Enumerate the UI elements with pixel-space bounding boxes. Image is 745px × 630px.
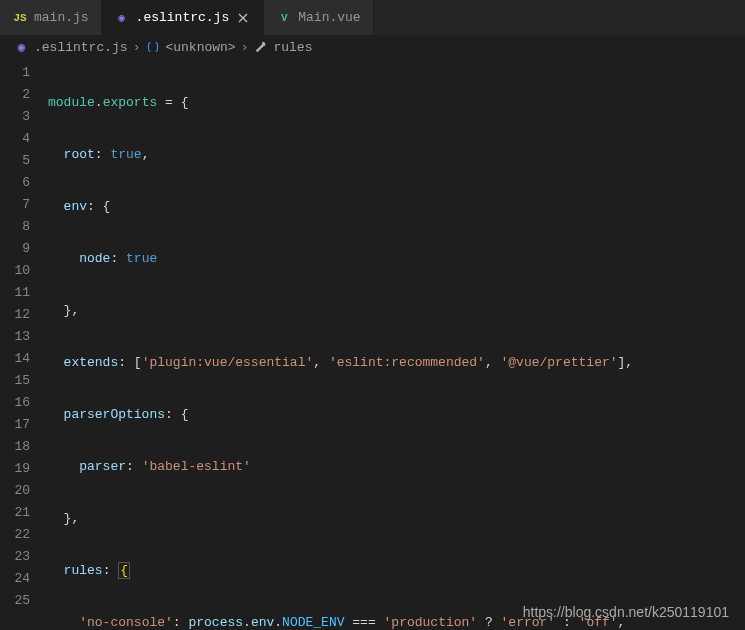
- watermark: https://blog.csdn.net/k250119101: [523, 604, 729, 620]
- symbol-namespace-icon: [145, 40, 160, 55]
- vue-icon: V: [276, 10, 292, 26]
- tab-label: Main.vue: [298, 10, 360, 25]
- breadcrumb-file: .eslintrc.js: [34, 40, 128, 55]
- js-icon: JS: [12, 10, 28, 26]
- code-editor[interactable]: 1234567891011121314151617181920212223242…: [0, 59, 745, 630]
- tab-main-vue[interactable]: V Main.vue: [264, 0, 373, 35]
- breadcrumb-symbol: rules: [273, 40, 312, 55]
- breadcrumb[interactable]: ◉ .eslintrc.js › <unknown> › rules: [0, 35, 745, 59]
- tab-label: .eslintrc.js: [136, 10, 230, 25]
- chevron-right-icon: ›: [241, 40, 249, 55]
- tab-eslintrc-js[interactable]: ◉ .eslintrc.js: [102, 0, 265, 35]
- tab-main-js[interactable]: JS main.js: [0, 0, 102, 35]
- line-numbers: 1234567891011121314151617181920212223242…: [0, 59, 48, 630]
- code-content[interactable]: module.exports = { root: true, env: { no…: [48, 59, 745, 630]
- eslint-icon: ◉: [14, 40, 29, 55]
- symbol-tool-icon: [253, 40, 268, 55]
- chevron-right-icon: ›: [133, 40, 141, 55]
- tab-label: main.js: [34, 10, 89, 25]
- editor-tabs: JS main.js ◉ .eslintrc.js V Main.vue: [0, 0, 745, 35]
- eslint-icon: ◉: [114, 10, 130, 26]
- breadcrumb-symbol: <unknown>: [165, 40, 235, 55]
- close-icon[interactable]: [235, 10, 251, 26]
